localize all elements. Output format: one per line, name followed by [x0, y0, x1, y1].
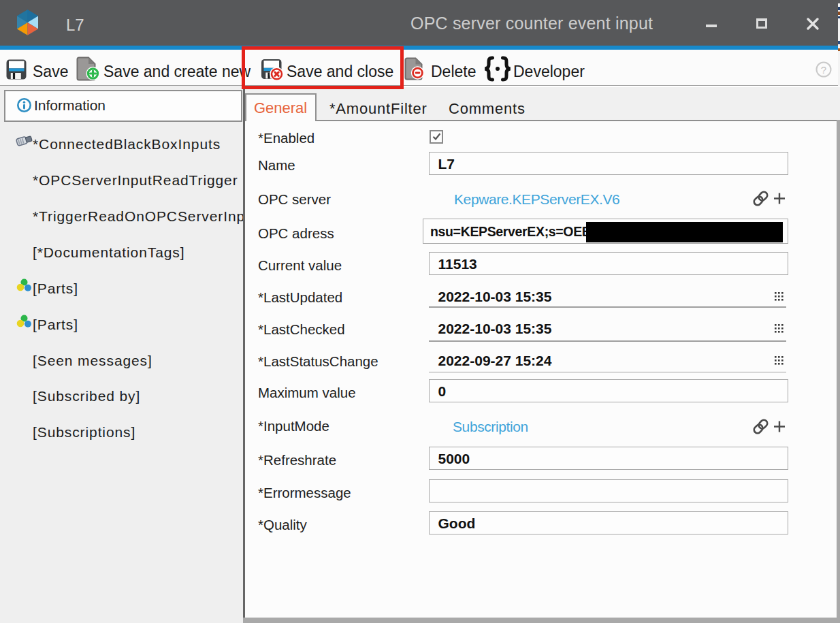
svg-text:?: ? — [821, 64, 826, 76]
